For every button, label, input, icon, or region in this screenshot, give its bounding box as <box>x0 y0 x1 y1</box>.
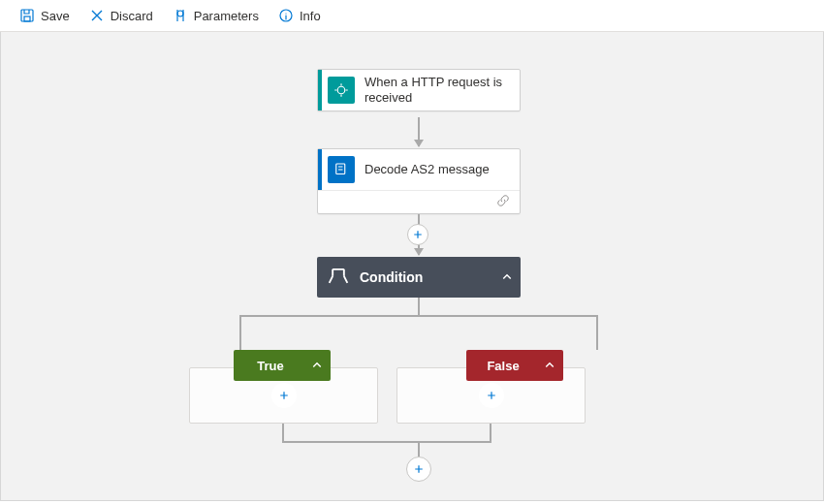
chevron-up-icon[interactable] <box>303 360 331 371</box>
branch-false-label: False <box>470 359 536 373</box>
discard-button[interactable]: Discard <box>81 6 161 25</box>
designer-canvas[interactable]: When a HTTP request is received Decode A… <box>0 32 824 501</box>
connector-line <box>490 424 491 441</box>
info-button[interactable]: Info <box>270 6 329 25</box>
svg-rect-5 <box>336 164 345 174</box>
add-step-button[interactable] <box>407 224 428 245</box>
branch-header-false[interactable]: False <box>466 350 563 381</box>
save-icon <box>19 8 35 23</box>
chevron-up-icon[interactable] <box>493 271 521 283</box>
link-icon <box>496 194 510 210</box>
card-stripe <box>318 149 322 190</box>
connector-line <box>418 298 420 315</box>
save-label: Save <box>41 9 70 23</box>
card-stripe <box>318 70 322 110</box>
connector-line <box>418 441 420 457</box>
svg-rect-0 <box>21 10 33 21</box>
parameters-label: Parameters <box>194 9 259 23</box>
connector-line <box>239 315 598 317</box>
card-header: When a HTTP request is received <box>318 70 520 110</box>
condition-card[interactable]: Condition <box>317 257 521 298</box>
branch-true-label: True <box>238 359 303 373</box>
connector-line <box>239 315 241 350</box>
connector-line <box>282 441 491 443</box>
parameters-button[interactable]: Parameters <box>165 6 267 25</box>
connector-line <box>596 315 598 350</box>
trigger-card-http-request[interactable]: When a HTTP request is received <box>317 69 521 111</box>
add-step-bottom-button[interactable] <box>406 457 431 482</box>
svg-point-4 <box>337 86 345 94</box>
discard-icon <box>89 8 105 23</box>
card-title: When a HTTP request is received <box>364 75 520 107</box>
svg-rect-1 <box>24 16 30 21</box>
card-title: Decode AS2 message <box>364 162 520 177</box>
parameters-icon <box>173 8 188 23</box>
info-label: Info <box>300 9 321 23</box>
add-action-true-button[interactable] <box>271 383 297 408</box>
http-icon <box>328 77 355 104</box>
toolbar: Save Discard Parameters Info <box>0 0 824 32</box>
chevron-up-icon[interactable] <box>536 360 563 371</box>
save-button[interactable]: Save <box>12 6 78 25</box>
condition-title: Condition <box>360 269 493 285</box>
connector-arrow <box>418 117 420 146</box>
card-footer <box>318 190 520 213</box>
action-card-decode-as2[interactable]: Decode AS2 message <box>317 148 521 214</box>
condition-icon <box>325 264 352 291</box>
svg-point-2 <box>177 11 183 16</box>
info-icon <box>278 8 294 23</box>
card-header: Decode AS2 message <box>318 149 520 190</box>
add-action-false-button[interactable] <box>479 383 504 408</box>
connector-line <box>282 424 284 441</box>
branch-header-true[interactable]: True <box>234 350 331 381</box>
discard-label: Discard <box>111 9 153 23</box>
decode-icon <box>328 156 355 183</box>
